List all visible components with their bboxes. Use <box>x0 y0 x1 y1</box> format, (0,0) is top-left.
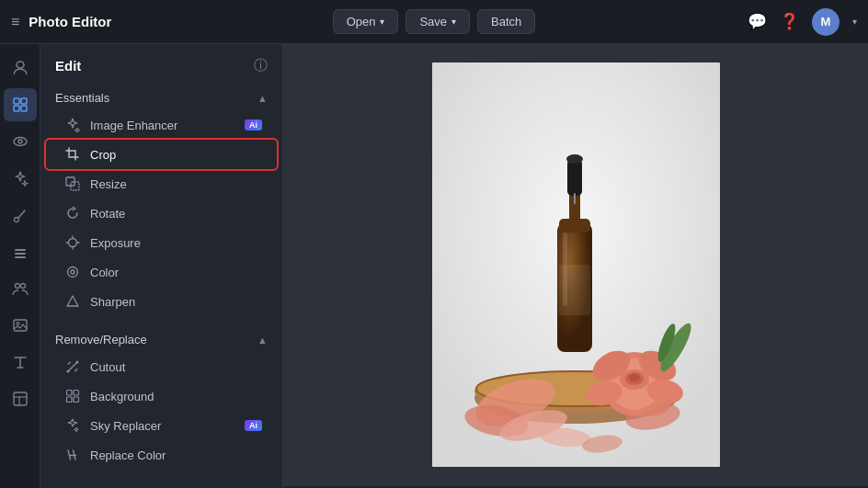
avatar[interactable]: M <box>812 8 839 36</box>
header-center: Open ▾ Save ▾ Batch <box>177 9 691 34</box>
sidebar-item-people[interactable] <box>4 272 37 305</box>
crop-label: Crop <box>90 148 262 162</box>
sidebar-item-brush[interactable] <box>4 199 37 232</box>
menu-item-replace-color[interactable]: Replace Color <box>46 440 277 470</box>
open-chevron-icon: ▾ <box>380 17 384 27</box>
menu-item-sky-replacer[interactable]: Sky Replacer Ai <box>46 411 277 440</box>
menu-item-resize[interactable]: Resize <box>46 169 277 199</box>
section-color-enhancements[interactable]: Color Enhancements ▾ <box>40 477 282 488</box>
rotate-label: Rotate <box>90 207 262 221</box>
sidebar-item-layers[interactable] <box>4 235 37 268</box>
svg-point-12 <box>20 284 25 289</box>
open-label: Open <box>347 15 376 28</box>
sky-replacer-ai-badge: Ai <box>245 420 262 431</box>
sidebar-item-edit[interactable] <box>4 88 37 121</box>
svg-rect-25 <box>67 397 73 403</box>
sky-replacer-label: Sky Replacer <box>90 419 235 433</box>
background-icon <box>64 389 81 403</box>
svg-point-19 <box>68 267 78 278</box>
save-button[interactable]: Save ▾ <box>405 9 470 34</box>
menu-item-cutout[interactable]: Cutout <box>46 352 277 381</box>
svg-point-6 <box>18 140 22 143</box>
sidebar-item-user[interactable] <box>4 51 37 85</box>
left-panel: Edit ⓘ Essentials ▲ Image Enhancer Ai Cr… <box>40 44 283 488</box>
section-essentials-label: Essentials <box>55 91 109 105</box>
svg-point-22 <box>76 361 79 364</box>
sky-replacer-icon <box>64 418 81 433</box>
svg-rect-59 <box>559 265 590 315</box>
icon-sidebar <box>0 44 40 488</box>
exposure-icon <box>64 235 81 250</box>
sharpen-icon <box>64 294 81 309</box>
rotate-icon <box>64 206 81 221</box>
sidebar-item-template[interactable] <box>4 382 37 415</box>
svg-rect-15 <box>14 392 27 405</box>
section-remove-replace[interactable]: Remove/Replace ▲ <box>40 323 282 352</box>
svg-point-11 <box>15 284 19 289</box>
sidebar-item-eye[interactable] <box>4 125 37 158</box>
image-enhancer-label: Image Enhancer <box>90 119 235 132</box>
menu-item-rotate[interactable]: Rotate <box>46 199 277 228</box>
resize-icon <box>64 176 81 191</box>
svg-rect-0 <box>17 62 24 68</box>
svg-rect-24 <box>74 391 79 396</box>
info-icon[interactable]: ⓘ <box>254 57 268 74</box>
header: ≡ Photo Editor Open ▾ Save ▾ Batch 💬 ❓ M… <box>0 0 868 44</box>
cutout-label: Cutout <box>90 360 262 374</box>
header-right: 💬 ❓ M ▾ <box>691 8 857 36</box>
menu-item-image-enhancer[interactable]: Image Enhancer Ai <box>46 110 277 140</box>
menu-item-background[interactable]: Background <box>46 381 277 411</box>
resize-label: Resize <box>90 177 262 191</box>
replace-color-label: Replace Color <box>90 448 262 462</box>
menu-item-color[interactable]: Color <box>46 257 277 287</box>
batch-button[interactable]: Batch <box>477 9 535 34</box>
color-icon <box>64 265 81 279</box>
replace-color-icon <box>64 448 81 462</box>
sidebar-item-photo[interactable] <box>4 309 37 342</box>
canvas-area: 14% <box>283 44 868 488</box>
menu-item-sharpen[interactable]: Sharpen <box>46 287 277 316</box>
hamburger-icon[interactable]: ≡ <box>11 14 19 30</box>
svg-point-14 <box>17 323 19 325</box>
svg-point-20 <box>71 270 74 274</box>
app-title: Photo Editor <box>29 14 111 29</box>
svg-rect-55 <box>567 159 582 196</box>
sidebar-item-text[interactable] <box>4 346 37 379</box>
panel-header: Edit ⓘ <box>40 44 282 82</box>
save-chevron-icon: ▾ <box>451 17 456 27</box>
exposure-label: Exposure <box>90 236 262 250</box>
section-essentials[interactable]: Essentials ▲ <box>40 82 282 110</box>
color-label: Color <box>90 266 262 279</box>
svg-point-18 <box>69 239 77 247</box>
header-left: ≡ Photo Editor <box>11 14 177 30</box>
open-button[interactable]: Open ▾ <box>333 9 399 34</box>
svg-point-56 <box>566 154 583 164</box>
sharpen-label: Sharpen <box>90 295 262 309</box>
svg-point-5 <box>14 138 27 146</box>
svg-rect-3 <box>14 106 19 111</box>
avatar-chevron-icon[interactable]: ▾ <box>852 17 857 27</box>
svg-rect-2 <box>21 98 27 104</box>
image-enhancer-ai-badge: Ai <box>245 119 262 131</box>
svg-rect-9 <box>15 253 26 255</box>
svg-rect-13 <box>14 320 27 331</box>
section-remove-replace-chevron: ▲ <box>257 335 268 346</box>
svg-rect-26 <box>74 397 79 403</box>
chat-icon[interactable]: 💬 <box>748 12 767 31</box>
panel-title: Edit <box>55 58 81 74</box>
sidebar-item-magic[interactable] <box>4 162 37 195</box>
cutout-icon <box>64 359 81 374</box>
canvas-image[interactable] <box>432 62 720 467</box>
svg-rect-4 <box>21 106 27 111</box>
svg-rect-10 <box>15 256 26 258</box>
help-icon[interactable]: ❓ <box>780 12 799 31</box>
crop-icon <box>64 147 81 162</box>
main-content: Edit ⓘ Essentials ▲ Image Enhancer Ai Cr… <box>0 44 868 488</box>
menu-item-exposure[interactable]: Exposure <box>46 228 277 257</box>
svg-rect-1 <box>14 98 19 104</box>
menu-item-crop[interactable]: Crop <box>46 140 277 169</box>
batch-label: Batch <box>491 15 521 28</box>
svg-rect-8 <box>15 249 26 251</box>
svg-rect-57 <box>574 193 576 204</box>
background-label: Background <box>90 390 262 403</box>
